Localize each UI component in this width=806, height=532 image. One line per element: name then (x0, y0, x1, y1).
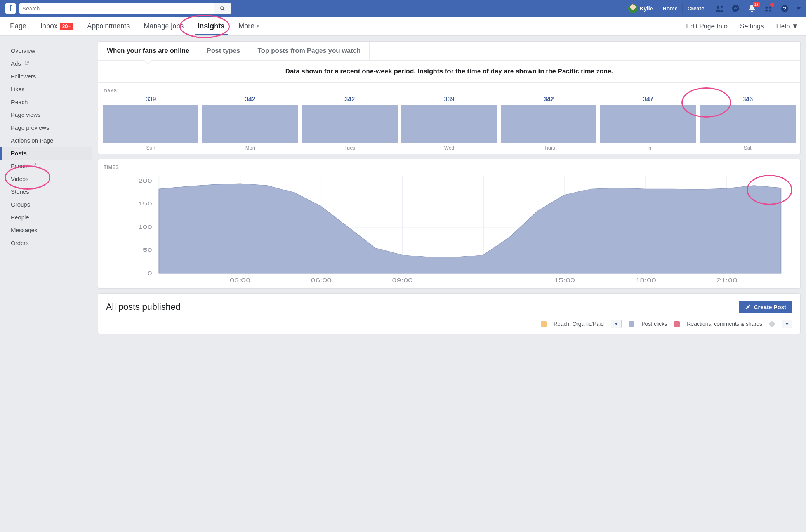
day-label: Sat (700, 145, 796, 151)
day-value: 347 (600, 96, 696, 103)
svg-text:18:00: 18:00 (635, 278, 656, 283)
sidebar-item-label: Posts (11, 150, 27, 156)
svg-text:21:00: 21:00 (716, 278, 737, 283)
clicks-swatch (629, 321, 634, 327)
friend-requests-icon[interactable] (715, 4, 724, 13)
messenger-icon[interactable] (731, 4, 740, 13)
account-menu-caret-icon[interactable] (797, 7, 801, 10)
pagenav-right-settings[interactable]: Settings (740, 23, 764, 30)
sidebar-item-posts[interactable]: Posts (0, 147, 92, 160)
content-tab-top-posts-from-pages-you-watch[interactable]: Top posts from Pages you watch (249, 42, 370, 60)
sidebar: OverviewAdsFollowersLikesReachPage views… (0, 36, 92, 338)
svg-text:150: 150 (138, 201, 152, 207)
legend-clicks-label: Post clicks (641, 321, 667, 327)
search-wrap (19, 3, 231, 14)
pagenav-right-help[interactable]: Help ▼ (776, 23, 798, 30)
pagenav-insights[interactable]: Insights (191, 17, 231, 35)
caret-down-icon (614, 323, 618, 325)
quick-help-icon[interactable] (764, 4, 773, 13)
svg-text:03:00: 03:00 (230, 278, 250, 283)
sidebar-item-videos[interactable]: Videos (0, 172, 92, 185)
day-bar (401, 105, 497, 143)
sidebar-item-label: Likes (11, 86, 24, 92)
pagenav-page[interactable]: Page (3, 17, 33, 35)
sidebar-item-followers[interactable]: Followers (0, 70, 92, 83)
pagenav-label: More (238, 22, 254, 30)
sidebar-item-orders[interactable]: Orders (0, 236, 92, 249)
engagement-dropdown[interactable] (782, 320, 792, 328)
profile-link[interactable]: Kylie (628, 4, 657, 13)
help-icon[interactable]: ? (780, 4, 789, 13)
pagenav-appointments[interactable]: Appointments (80, 17, 137, 35)
caret-down-icon: ▼ (256, 24, 260, 28)
sidebar-item-groups[interactable]: Groups (0, 198, 92, 211)
search-input[interactable] (19, 3, 214, 14)
sidebar-item-stories[interactable]: Stories (0, 185, 92, 198)
svg-text:06:00: 06:00 (311, 278, 332, 283)
day-value: 342 (202, 96, 298, 103)
external-link-icon (24, 60, 29, 67)
svg-text:?: ? (783, 6, 786, 12)
sidebar-item-page-views[interactable]: Page views (0, 108, 92, 121)
search-button[interactable] (214, 3, 231, 14)
times-chart: 05010015020003:0006:0009:0015:0018:0021:… (104, 172, 795, 285)
content-tabs: When your fans are onlinePost typesTop p… (98, 42, 800, 61)
sidebar-item-messages[interactable]: Messages (0, 224, 92, 236)
day-label: Mon (202, 145, 298, 151)
profile-name: Kylie (640, 5, 653, 12)
all-posts-title: All posts published (106, 302, 181, 312)
day-col-thurs[interactable]: 342Thurs (501, 96, 596, 151)
day-col-tues[interactable]: 342Tues (302, 96, 398, 151)
sidebar-item-reach[interactable]: Reach (0, 96, 92, 108)
times-card: TIMES 05010015020003:0006:0009:0015:0018… (98, 159, 801, 289)
sidebar-item-overview[interactable]: Overview (0, 44, 92, 57)
main: When your fans are onlinePost typesTop p… (92, 36, 806, 338)
day-label: Sun (103, 145, 198, 151)
sidebar-item-people[interactable]: People (0, 211, 92, 224)
day-bar (202, 105, 298, 143)
page-nav: PageInbox20+AppointmentsManage jobsInsig… (0, 17, 806, 36)
notifications-icon[interactable]: 17 (748, 4, 756, 13)
svg-line-1 (223, 9, 225, 11)
day-label: Fri (600, 145, 696, 151)
sidebar-item-label: Actions on Page (11, 137, 53, 144)
day-col-wed[interactable]: 339Wed (401, 96, 497, 151)
pagenav-label: Manage jobs (144, 22, 184, 30)
sidebar-item-actions-on-page[interactable]: Actions on Page (0, 134, 92, 147)
pencil-icon (745, 304, 751, 310)
home-link[interactable]: Home (658, 3, 683, 14)
svg-point-5 (769, 7, 771, 9)
pagenav-label: Page (10, 22, 26, 30)
pagenav-inbox[interactable]: Inbox20+ (33, 17, 80, 35)
sidebar-item-label: Followers (11, 73, 36, 80)
sidebar-item-events[interactable]: Events (0, 160, 92, 172)
external-link-icon (32, 163, 37, 169)
day-col-sun[interactable]: 339Sun (103, 96, 198, 151)
sidebar-item-ads[interactable]: Ads (0, 57, 92, 70)
day-label: Wed (401, 145, 497, 151)
sidebar-item-page-previews[interactable]: Page previews (0, 121, 92, 134)
pagenav-label: Inbox (40, 22, 57, 30)
days-chart: 339Sun342Mon342Tues339Wed342Thurs347Fri3… (98, 96, 800, 154)
svg-point-3 (721, 6, 723, 8)
svg-point-0 (221, 7, 224, 10)
pagenav-label: Appointments (87, 22, 130, 30)
sidebar-item-label: Orders (11, 240, 29, 246)
sidebar-item-label: Messages (11, 227, 37, 233)
day-col-mon[interactable]: 342Mon (202, 96, 298, 151)
svg-text:50: 50 (143, 247, 152, 253)
pagenav-manage-jobs[interactable]: Manage jobs (137, 17, 191, 35)
create-post-button[interactable]: Create Post (739, 301, 792, 313)
reach-dropdown[interactable] (611, 320, 622, 328)
avatar (628, 4, 638, 13)
content-tab-when-your-fans-are-online[interactable]: When your fans are online (98, 42, 198, 60)
day-col-fri[interactable]: 347Fri (600, 96, 696, 151)
sidebar-item-likes[interactable]: Likes (0, 83, 92, 96)
svg-text:09:00: 09:00 (392, 278, 413, 283)
facebook-logo-icon[interactable]: f (5, 3, 16, 14)
create-link[interactable]: Create (682, 3, 709, 14)
pagenav-right-edit-page-info[interactable]: Edit Page Info (686, 23, 728, 30)
pagenav-more[interactable]: More▼ (231, 17, 267, 35)
content-tab-post-types[interactable]: Post types (198, 42, 249, 60)
day-col-sat[interactable]: 346Sat (700, 96, 796, 151)
